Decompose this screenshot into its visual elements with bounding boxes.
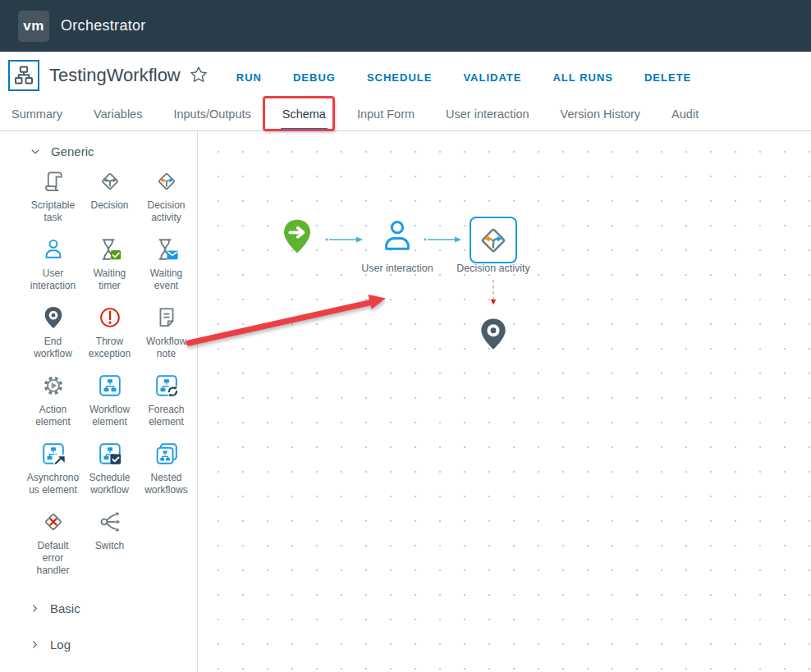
chevron-right-icon: [30, 639, 40, 650]
palette-item-label: Asynchronous element: [26, 472, 80, 496]
end-workflow-icon: [39, 303, 68, 332]
end-pin-icon: [475, 314, 511, 355]
section-basic-label: Basic: [50, 601, 80, 615]
node-label-decision-activity: Decision activity: [456, 263, 530, 274]
start-pin-icon: [277, 215, 317, 259]
palette-item-nested-workflows[interactable]: Nested workflows: [138, 439, 195, 496]
palette-item-label: Default error handler: [26, 540, 80, 577]
palette-item-waiting-event[interactable]: Waiting event: [138, 235, 195, 292]
palette-item-end-workflow[interactable]: End workflow: [25, 303, 81, 360]
element-palette-sidebar: Generic Scriptable task Decision: [0, 131, 198, 672]
palette-item-label: Waiting event: [140, 267, 194, 292]
palette-item-default-error-handler[interactable]: Default error handler: [25, 507, 81, 577]
workflow-title-row: TestingWorkflow RUN DEBUG SCHEDULE VALID…: [0, 52, 811, 99]
palette-item-foreach-element[interactable]: Foreach element: [138, 371, 195, 428]
tab-schema[interactable]: Schema: [281, 101, 328, 130]
tab-variables[interactable]: Variables: [92, 101, 144, 130]
palette-item-scriptable-task[interactable]: Scriptable task: [25, 167, 81, 224]
palette-item-asynchronous-element[interactable]: Asynchronous element: [25, 439, 81, 496]
debug-button[interactable]: DEBUG: [288, 68, 341, 87]
tab-version-history[interactable]: Version History: [559, 101, 643, 130]
canvas-node-end[interactable]: [475, 314, 511, 355]
tab-input-form[interactable]: Input Form: [355, 101, 416, 130]
tab-inputs-outputs[interactable]: Inputs/Outputs: [172, 101, 252, 130]
palette-item-workflow-note[interactable]: Workflow note: [138, 303, 195, 360]
orchestrator-window: vm Orchestrator TestingWorkflow RUN DEBU…: [0, 0, 811, 672]
waiting-event-icon: [152, 235, 181, 264]
palette-item-user-interaction[interactable]: User interaction: [25, 235, 81, 292]
palette-item-workflow-element[interactable]: Workflow element: [81, 371, 138, 428]
tab-summary[interactable]: Summary: [10, 101, 64, 130]
palette-item-switch[interactable]: Switch: [81, 507, 138, 577]
tab-user-interaction[interactable]: User interaction: [444, 101, 531, 130]
connection-start-to-user[interactable]: [325, 235, 364, 244]
switch-icon: [95, 507, 125, 537]
palette-item-label: Schedule workflow: [83, 472, 137, 496]
node-label-user-interaction: User interaction: [361, 263, 433, 274]
favorite-star-icon[interactable]: [189, 65, 208, 88]
canvas-node-user-interaction[interactable]: [378, 216, 417, 257]
tab-audit[interactable]: Audit: [670, 101, 700, 130]
palette-item-schedule-workflow[interactable]: Schedule workflow: [81, 439, 138, 496]
section-basic[interactable]: Basic: [30, 601, 197, 615]
palette-item-label: Foreach element: [140, 404, 194, 428]
workflow-title: TestingWorkflow: [49, 65, 181, 86]
scriptable-task-icon: [39, 167, 68, 196]
workflow-icon: [8, 60, 39, 91]
user-interaction-icon: [39, 235, 68, 264]
connection-decision-to-end-dashed[interactable]: [488, 280, 498, 307]
section-log-label: Log: [50, 638, 71, 651]
decision-icon: [95, 167, 125, 196]
delete-button[interactable]: DELETE: [639, 68, 696, 87]
palette-item-label: Scriptable task: [26, 199, 80, 224]
user-icon: [378, 217, 416, 255]
all-runs-button[interactable]: ALL RUNS: [548, 68, 617, 87]
palette-item-label: Switch: [95, 540, 124, 552]
validate-button[interactable]: VALIDATE: [458, 68, 526, 87]
palette-item-label: End workflow: [26, 336, 80, 360]
workflow-actions: RUN DEBUG SCHEDULE VALIDATE ALL RUNS DEL…: [231, 68, 718, 87]
section-log[interactable]: Log: [30, 638, 197, 651]
palette-item-decision-activity[interactable]: Decision activity: [138, 167, 195, 224]
throw-exception-icon: [95, 303, 125, 332]
palette-item-label: Workflow element: [83, 404, 137, 428]
canvas-node-start[interactable]: [277, 215, 317, 259]
section-generic-label: Generic: [51, 144, 94, 158]
palette-item-label: Action element: [26, 404, 80, 428]
workflow-element-icon: [95, 371, 125, 400]
palette-item-decision[interactable]: Decision: [81, 167, 138, 224]
palette-item-label: User interaction: [26, 267, 80, 292]
asynchronous-element-icon: [39, 439, 68, 469]
collapsed-sections: Basic Log Network: [0, 601, 197, 672]
chevron-down-icon: [30, 146, 41, 158]
palette-item-label: Throw exception: [83, 336, 137, 360]
schedule-button[interactable]: SCHEDULE: [362, 68, 438, 87]
app-header: vm Orchestrator: [0, 0, 811, 52]
vm-logo-text: vm: [23, 18, 44, 34]
workflow-tab-bar: Summary Variables Inputs/Outputs Schema …: [0, 99, 811, 131]
palette-item-label: Decision: [90, 199, 128, 212]
palette-item-action-element[interactable]: Action element: [25, 371, 81, 428]
decision-activity-icon: [152, 167, 181, 196]
chevron-right-icon: [30, 603, 40, 614]
palette-grid: Scriptable task Decision Decision activi…: [0, 167, 197, 577]
foreach-element-icon: [152, 371, 181, 400]
decision-activity-icon: [474, 222, 512, 259]
workflow-note-icon: [152, 303, 181, 332]
palette-item-label: Waiting timer: [83, 267, 137, 292]
waiting-timer-icon: [95, 235, 125, 264]
default-error-handler-icon: [39, 507, 68, 537]
palette-item-throw-exception[interactable]: Throw exception: [81, 303, 138, 360]
schedule-workflow-icon: [95, 439, 125, 469]
nested-workflows-icon: [152, 439, 181, 469]
palette-item-label: Decision activity: [140, 199, 194, 224]
run-button[interactable]: RUN: [231, 68, 267, 87]
section-generic[interactable]: Generic: [30, 144, 197, 158]
palette-item-label: Workflow note: [140, 336, 194, 360]
vmware-logo[interactable]: vm: [18, 11, 49, 42]
palette-item-waiting-timer[interactable]: Waiting timer: [81, 235, 138, 292]
connection-user-to-decision[interactable]: [424, 235, 463, 244]
canvas-node-decision-activity[interactable]: [470, 217, 517, 263]
action-element-icon: [39, 371, 68, 400]
schema-canvas[interactable]: User interaction Decision activity: [198, 131, 811, 672]
